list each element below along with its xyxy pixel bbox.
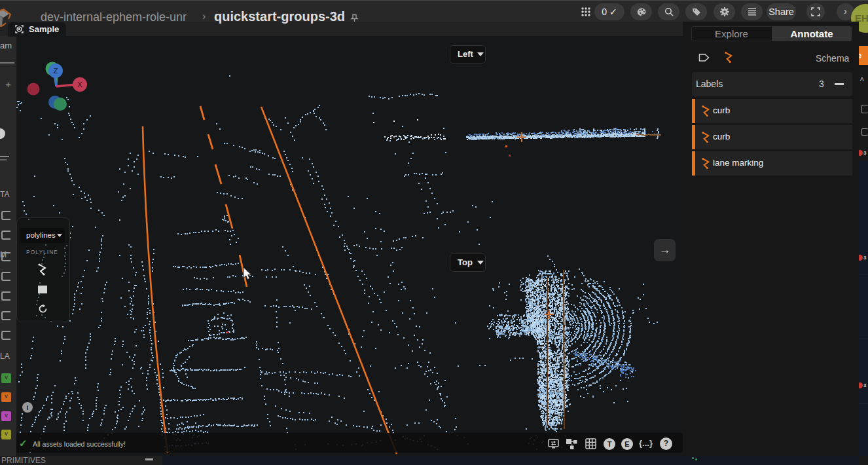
svg-text:Z: Z xyxy=(54,67,58,75)
svg-text:X: X xyxy=(77,81,82,88)
